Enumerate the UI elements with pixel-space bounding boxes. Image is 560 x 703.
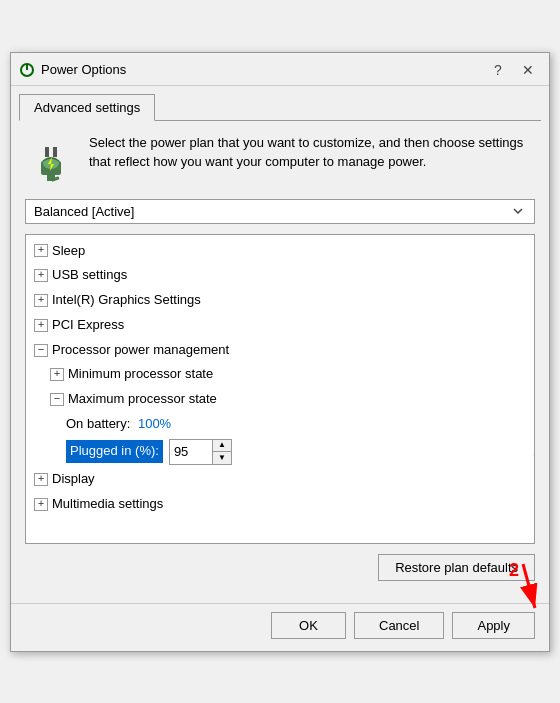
svg-text:2: 2 [509,560,519,580]
dropdown-row: Balanced [Active] High performance Power… [25,199,535,224]
expand-icon[interactable]: + [34,244,48,257]
power-plug-icon [25,133,77,185]
plugged-in-label: Plugged in (%): [66,440,163,463]
arrow-1-svg: 1 [514,427,535,477]
plugged-in-input-wrap: ▲ ▼ [169,439,232,465]
expand-icon[interactable]: + [34,294,48,307]
tree-item-usb[interactable]: + USB settings [26,263,534,288]
settings-tree[interactable]: + Sleep + USB settings + Intel(R) Graphi… [25,234,535,544]
tree-item-display[interactable]: + Display [26,467,534,492]
help-button[interactable]: ? [485,59,511,81]
tree-label-multimedia: Multimedia settings [52,494,163,515]
tree-label-intel-graphics: Intel(R) Graphics Settings [52,290,201,311]
expand-icon[interactable]: + [34,269,48,282]
tree-label-usb: USB settings [52,265,127,286]
expand-icon[interactable]: + [50,368,64,381]
plugged-in-row: Plugged in (%): ▲ ▼ [66,439,232,465]
arrow-2-svg: 2 [455,560,545,615]
svg-rect-6 [53,147,57,157]
tree-item-multimedia[interactable]: + Multimedia settings [26,492,534,517]
tree-item-min-processor[interactable]: + Minimum processor state [26,362,534,387]
tree-label-sleep: Sleep [52,241,85,262]
power-options-icon [19,62,35,78]
tree-item-plugged-in: Plugged in (%): ▲ ▼ [26,437,534,467]
tree-label-max-processor: Maximum processor state [68,389,217,410]
tree-label-pci-express: PCI Express [52,315,124,336]
expand-icon[interactable]: + [34,473,48,486]
cancel-button[interactable]: Cancel [354,612,444,639]
expand-icon[interactable]: + [34,498,48,511]
tree-item-pci-express[interactable]: + PCI Express [26,313,534,338]
content-area: Select the power plan that you want to c… [11,121,549,603]
power-plan-dropdown[interactable]: Balanced [Active] High performance Power… [25,199,535,224]
svg-line-13 [523,564,535,608]
title-bar: Power Options ? ✕ [11,53,549,86]
expand-icon[interactable]: − [50,393,64,406]
tree-label-min-processor: Minimum processor state [68,364,213,385]
on-battery-label: On battery: [66,414,134,435]
expand-icon[interactable]: + [34,319,48,332]
expand-icon[interactable]: − [34,344,48,357]
plugged-in-input[interactable] [170,440,212,464]
tree-label-processor-mgmt: Processor power management [52,340,229,361]
on-battery-value[interactable]: 100% [138,414,171,435]
close-button[interactable]: ✕ [515,59,541,81]
dialog-title: Power Options [41,62,126,77]
title-bar-controls: ? ✕ [485,59,541,81]
power-options-dialog: Power Options ? ✕ Advanced settings [10,52,550,652]
tree-item-intel-graphics[interactable]: + Intel(R) Graphics Settings [26,288,534,313]
svg-rect-5 [45,147,49,157]
spinner-down-button[interactable]: ▼ [213,452,231,464]
tree-label-display: Display [52,469,95,490]
tree-item-on-battery: On battery: 100% [26,412,534,437]
svg-line-10 [534,442,535,455]
title-bar-left: Power Options [19,62,126,78]
tab-bar: Advanced settings [11,86,549,120]
tree-item-processor-mgmt[interactable]: − Processor power management [26,338,534,363]
tree-item-max-processor[interactable]: − Maximum processor state [26,387,534,412]
button-row: OK Cancel Apply 2 [11,603,549,651]
tree-item-sleep[interactable]: + Sleep [26,239,534,264]
apply-button[interactable]: Apply [452,612,535,639]
description-row: Select the power plan that you want to c… [25,133,535,185]
advanced-settings-tab[interactable]: Advanced settings [19,94,155,121]
description-text: Select the power plan that you want to c… [89,133,535,172]
ok-button[interactable]: OK [271,612,346,639]
spinner-up-button[interactable]: ▲ [213,440,231,452]
spinner-buttons: ▲ ▼ [212,440,231,464]
